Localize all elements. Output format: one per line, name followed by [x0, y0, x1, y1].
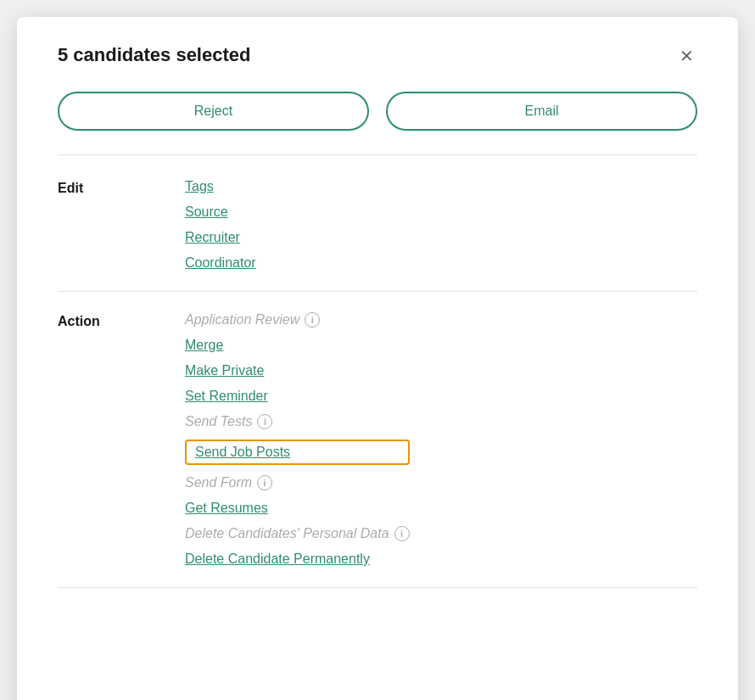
divider-top: [58, 154, 697, 155]
edit-source-link[interactable]: Source: [185, 204, 256, 220]
edit-coordinator-link[interactable]: Coordinator: [185, 255, 256, 271]
delete-personal-data-info-icon[interactable]: i: [394, 526, 410, 541]
make-private-link[interactable]: Make Private: [185, 363, 410, 378]
application-review-info-icon[interactable]: i: [305, 312, 320, 328]
close-icon: ✕: [680, 47, 694, 65]
action-section: Action Application Review i Merge Make P…: [58, 292, 697, 588]
merge-link[interactable]: Merge: [185, 338, 410, 353]
action-buttons-row: Reject Email: [58, 92, 697, 131]
edit-recruiter-link[interactable]: Recruiter: [185, 230, 256, 245]
reject-button[interactable]: Reject: [58, 92, 369, 131]
get-resumes-link[interactable]: Get Resumes: [185, 501, 410, 516]
delete-candidate-permanently-link[interactable]: Delete Candidate Permanently: [185, 552, 410, 567]
send-job-posts-link[interactable]: Send Job Posts: [185, 440, 410, 465]
delete-personal-data-label: Delete Candidates' Personal Data: [185, 526, 389, 541]
modal-title: 5 candidates selected: [58, 44, 250, 66]
edit-tags-link[interactable]: Tags: [185, 179, 256, 194]
delete-personal-data-item: Delete Candidates' Personal Data i: [185, 526, 410, 541]
action-section-label: Action: [58, 312, 185, 567]
edit-section-content: Tags Source Recruiter Coordinator: [185, 179, 256, 271]
send-tests-label: Send Tests: [185, 414, 252, 429]
send-form-label: Send Form: [185, 475, 252, 490]
email-button[interactable]: Email: [386, 92, 697, 131]
send-form-info-icon[interactable]: i: [257, 475, 272, 490]
action-section-content: Application Review i Merge Make Private …: [185, 312, 410, 567]
send-tests-info-icon[interactable]: i: [257, 414, 272, 429]
edit-section: Edit Tags Source Recruiter Coordinator: [58, 159, 697, 292]
set-reminder-link[interactable]: Set Reminder: [185, 389, 410, 404]
application-review-item: Application Review i: [185, 312, 410, 328]
modal-header: 5 candidates selected ✕: [58, 44, 697, 68]
application-review-label: Application Review: [185, 312, 299, 328]
send-tests-item: Send Tests i: [185, 414, 410, 429]
modal-container: 5 candidates selected ✕ Reject Email Edi…: [17, 17, 738, 700]
close-button[interactable]: ✕: [676, 44, 697, 68]
edit-section-label: Edit: [58, 179, 185, 271]
send-form-item: Send Form i: [185, 475, 410, 490]
